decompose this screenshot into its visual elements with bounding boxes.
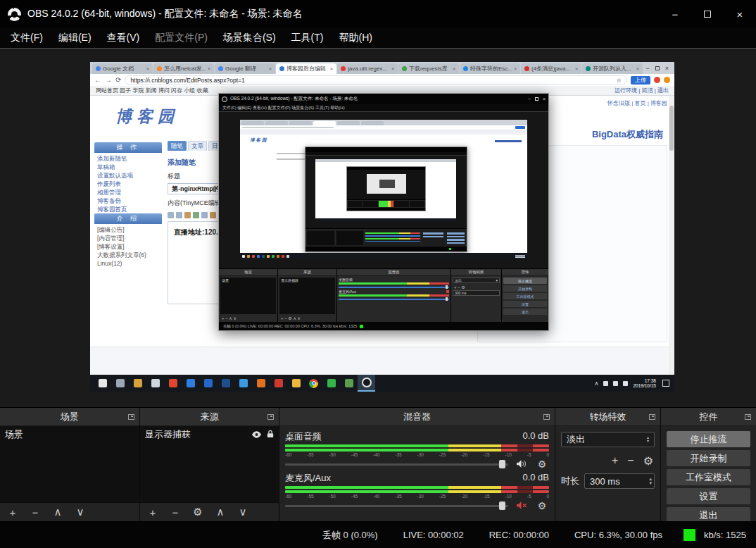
menu-tools[interactable]: 工具(T) (284, 28, 332, 48)
scenes-dock-title: 场景 (61, 411, 79, 423)
settings-button[interactable]: 设置 (667, 488, 750, 504)
preview-display-capture[interactable]: Google 文档× 怎么用netcat发...× Google 翻译× 博客园… (90, 62, 674, 392)
extension-icon (654, 77, 660, 83)
nested-cnblogs-logo: 博客园 (250, 137, 268, 144)
dock-float-icon[interactable] (543, 414, 550, 420)
scene-item[interactable]: 场景 (0, 426, 139, 443)
taskbar-app-icon (252, 375, 270, 392)
maximize-icon (704, 11, 711, 18)
menu-file[interactable]: 文件(F) (3, 28, 51, 48)
volume-meter (285, 449, 549, 452)
browser-close-icon: × (665, 65, 669, 72)
taskbar-app-icon (182, 375, 199, 392)
taskbar-app-icon (146, 375, 164, 392)
nested-obs-logo-icon (222, 96, 227, 102)
browser-tab: (4条消息)java...× (521, 63, 581, 74)
source-properties-button[interactable]: ⚙ (192, 506, 203, 518)
volume-slider-handle[interactable] (499, 502, 505, 510)
add-source-button[interactable]: + (147, 506, 158, 518)
editor-toolbar-icon (176, 212, 182, 218)
remove-source-button[interactable]: − (170, 506, 181, 518)
close-button[interactable]: × (724, 0, 756, 28)
minimize-button[interactable]: − (659, 0, 691, 28)
browser-maximize-icon (655, 66, 660, 70)
duration-spinbox[interactable]: 300 ms ▴▾ (584, 473, 655, 489)
tab-close-icon: × (453, 66, 455, 71)
studio-mode-button[interactable]: 工作室模式 (667, 469, 750, 485)
statusbar: 丢帧 0 (0.0%) LIVE: 00:00:02 REC: 00:00:00… (0, 521, 756, 548)
sidebar-link: [编辑公告] (94, 225, 162, 234)
dock-float-icon[interactable] (649, 414, 655, 420)
spin-arrows-icon[interactable]: ▴▾ (649, 477, 652, 485)
tab-favicon (586, 66, 591, 71)
volume-meter (285, 444, 549, 447)
speaker-muted-icon[interactable] (515, 501, 529, 510)
taskbar-app-icon (217, 375, 234, 392)
bitrate: kb/s: 1525 (704, 530, 746, 540)
sources-dock-title: 来源 (201, 411, 219, 423)
source-item[interactable]: 显示器捕获 (140, 426, 279, 443)
nested-preview: 博客园 (219, 112, 548, 268)
recursive-obs-window-3 (346, 166, 426, 211)
lock-icon[interactable] (267, 430, 274, 440)
dock-float-icon[interactable] (128, 414, 134, 420)
menu-help[interactable]: 帮助(H) (331, 28, 379, 48)
transitions-dock: 转场特效 淡出 ▴▾ + − ⚙ 时长 300 ms ▴▾ (555, 408, 661, 521)
titlebar: OBS 24.0.2 (64-bit, windows) - 配置文件: 未命名… (0, 0, 756, 28)
add-scene-button[interactable]: + (7, 506, 18, 518)
mixer-dock: 混音器 桌面音频0.0 dB -60-55-50-45-40-35-30-25-… (279, 408, 555, 521)
mixer-gear-icon[interactable]: ⚙ (535, 500, 549, 511)
volume-slider[interactable] (285, 459, 508, 470)
add-transition-button[interactable]: + (612, 454, 618, 468)
sidebar-link: 作废列表 (94, 180, 162, 188)
browser-tab: 下载requests库× (398, 63, 459, 74)
scenes-list[interactable]: 场景 (0, 426, 139, 502)
tab-close-icon: × (208, 66, 210, 71)
sidebar-link: 草稿箱 (94, 163, 162, 171)
scene-down-button[interactable]: ∨ (75, 506, 86, 518)
sidebar-link: 相册管理 (94, 188, 162, 197)
sidebar-link: 大数据系列文章(6) (94, 251, 162, 259)
tray-caret-icon: ∧ (595, 380, 599, 387)
rec-timer: REC: 00:00:00 (489, 530, 549, 540)
mixer-channel-mic-aux: 麦克风/Aux0.0 dB -60-55-50-45-40-35-30-25-2… (285, 472, 549, 511)
forward-icon: → (105, 76, 112, 84)
transition-properties-button[interactable]: ⚙ (643, 454, 653, 468)
nested-capture: 博客园 (240, 120, 527, 259)
source-down-button[interactable]: ∨ (237, 506, 248, 518)
captured-browser-tabstrip: Google 文档× 怎么用netcat发...× Google 翻译× 博客园… (90, 62, 674, 74)
remove-scene-button[interactable]: − (30, 506, 41, 518)
nested-maximize-icon (535, 97, 538, 101)
volume-meter (285, 486, 549, 489)
mixer-gear-icon[interactable]: ⚙ (535, 459, 549, 470)
volume-slider[interactable] (285, 500, 508, 511)
menu-profile[interactable]: 配置文件(P) (147, 28, 215, 48)
refresh-icon: ⟳ (115, 76, 121, 84)
sources-list[interactable]: 显示器捕获 (140, 426, 279, 502)
sources-toolbar: + − ⚙ ∧ ∨ (140, 502, 279, 521)
scenes-toolbar: + − ∧ ∨ (0, 502, 139, 521)
speaker-icon[interactable] (515, 459, 529, 468)
menu-edit[interactable]: 编辑(E) (51, 28, 99, 48)
controls-dock: 控件 停止推流 开始录制 工作室模式 设置 退出 (661, 408, 756, 521)
remove-transition-button[interactable]: − (627, 454, 634, 468)
maximize-button[interactable] (691, 0, 724, 28)
tab-favicon (341, 66, 346, 71)
taskbar-app-icon (199, 375, 217, 392)
browser-tab: Google 翻译× (215, 63, 275, 74)
menu-view[interactable]: 查看(V) (99, 28, 148, 48)
dock-float-icon[interactable] (267, 414, 274, 420)
start-recording-button[interactable]: 开始录制 (667, 450, 750, 466)
nested-sources-title: 来源 (278, 269, 336, 276)
preview-area: Google 文档× 怎么用netcat发...× Google 翻译× 博客园… (0, 49, 756, 407)
scene-up-button[interactable]: ∧ (52, 506, 63, 518)
extension-icon (664, 77, 670, 83)
menu-scene-collection[interactable]: 场景集合(S) (215, 28, 284, 48)
transition-select[interactable]: 淡出 ▴▾ (561, 432, 655, 447)
visibility-eye-icon[interactable] (251, 430, 262, 440)
stop-streaming-button[interactable]: 停止推流 (667, 431, 750, 447)
nested-mixer-title: 混音器 (337, 269, 451, 276)
source-up-button[interactable]: ∧ (215, 506, 226, 518)
volume-slider-handle[interactable] (499, 460, 505, 468)
dock-float-icon[interactable] (745, 414, 751, 420)
